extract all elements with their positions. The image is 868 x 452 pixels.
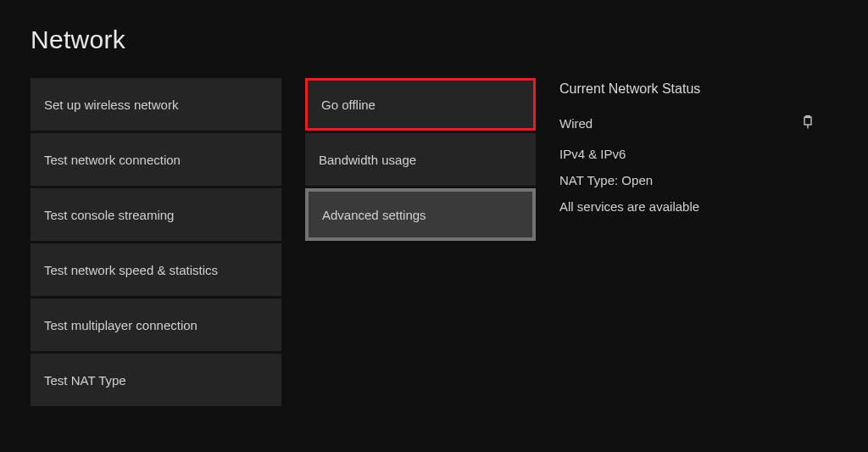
connection-status-row: Wired xyxy=(559,115,814,131)
ip-status: IPv4 & IPv6 xyxy=(559,147,814,161)
page-title: Network xyxy=(31,25,837,54)
set-up-wireless-network-button[interactable]: Set up wireless network xyxy=(31,78,281,131)
test-nat-type-button[interactable]: Test NAT Type xyxy=(31,354,281,406)
advanced-settings-button[interactable]: Advanced settings xyxy=(305,188,536,241)
test-multiplayer-connection-button[interactable]: Test multiplayer connection xyxy=(31,299,281,351)
connection-type: Wired xyxy=(559,116,593,131)
status-heading: Current Network Status xyxy=(559,81,814,97)
nat-status: NAT Type: Open xyxy=(559,173,814,187)
test-network-connection-button[interactable]: Test network connection xyxy=(31,133,281,186)
go-offline-button[interactable]: Go offline xyxy=(305,78,536,131)
wired-icon xyxy=(802,115,814,131)
status-column: Current Network Status Wired IPv4 & IPv6… xyxy=(559,78,814,226)
bandwidth-usage-button[interactable]: Bandwidth usage xyxy=(305,133,536,186)
columns: Set up wireless network Test network con… xyxy=(31,78,837,406)
middle-column: Go offline Bandwidth usage Advanced sett… xyxy=(305,78,536,241)
svg-rect-0 xyxy=(804,117,811,125)
left-column: Set up wireless network Test network con… xyxy=(31,78,281,406)
test-console-streaming-button[interactable]: Test console streaming xyxy=(31,188,281,241)
services-status: All services are available xyxy=(559,199,814,214)
test-network-speed-button[interactable]: Test network speed & statistics xyxy=(31,243,281,296)
